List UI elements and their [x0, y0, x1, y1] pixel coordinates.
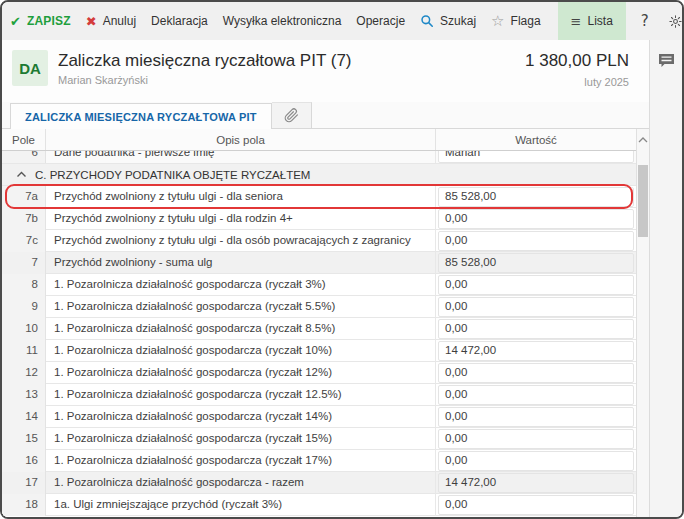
row-description: 1. Pozarolnicza działalność gospodarcza … — [46, 340, 436, 362]
row-field-number: 7a — [2, 186, 46, 208]
right-rail — [649, 40, 682, 517]
row-field-number: 17 — [2, 472, 46, 494]
row-field-number: 10 — [2, 318, 46, 340]
search-button-label: Szukaj — [440, 14, 476, 28]
table-row[interactable]: 16 1. Pozarolnicza działalność gospodarc… — [2, 450, 636, 472]
row-value-cell[interactable]: 0,00 — [438, 231, 634, 251]
table-row[interactable]: 14 1. Pozarolnicza działalność gospodarc… — [2, 406, 636, 428]
electronic-dispatch-label: Wysyłka elektroniczna — [223, 14, 342, 28]
row-field-number: 8 — [2, 274, 46, 296]
row-description: 1a. Ulgi zmniejszające przychód (ryczałt… — [46, 494, 436, 516]
operations-menu[interactable]: Operacje — [356, 14, 405, 28]
document-type-badge: DA — [12, 50, 48, 86]
fields-table: Pole Opis pola Wartość 6 Dane podatnika … — [2, 129, 636, 517]
row-value-cell[interactable]: 14 472,00 — [438, 473, 634, 493]
row-value-cell[interactable]: 85 528,00 — [438, 253, 634, 273]
row-field-number: 12 — [2, 362, 46, 384]
row-value-cell[interactable]: 0,00 — [438, 495, 634, 515]
help-button[interactable]: ? — [641, 12, 649, 30]
table-row[interactable]: 7a Przychód zwolniony z tytułu ulgi - dl… — [2, 186, 636, 208]
row-description: 1. Pozarolnicza działalność gospodarcza … — [46, 362, 436, 384]
table-body: 6 Dane podatnika - pierwsze imię Marian … — [2, 151, 636, 517]
table-row[interactable]: 8 1. Pozarolnicza działalność gospodarcz… — [2, 274, 636, 296]
table-header: Pole Opis pola Wartość — [2, 129, 636, 151]
settings-button[interactable] — [668, 14, 683, 29]
row-value-cell[interactable]: 85 528,00 — [438, 187, 634, 207]
table-row[interactable]: 6 Dane podatnika - pierwsze imię Marian — [2, 151, 636, 164]
row-value-cell[interactable]: 0,00 — [438, 275, 634, 295]
table-row[interactable]: 15 1. Pozarolnicza działalność gospodarc… — [2, 428, 636, 450]
declaration-menu-label: Deklaracja — [151, 14, 208, 28]
row-description: 1. Pozarolnicza działalność gospodarcza … — [46, 472, 436, 494]
page-title: Zaliczka miesięczna ryczałtowa PIT (7) — [58, 50, 352, 72]
column-header-wartosc[interactable]: Wartość — [436, 129, 636, 150]
row-description: 1. Pozarolnicza działalność gospodarcza … — [46, 274, 436, 296]
search-button[interactable]: Szukaj — [420, 14, 476, 28]
row-field-number: 14 — [2, 406, 46, 428]
table-row[interactable]: 18 1a. Ulgi zmniejszające przychód (rycz… — [2, 494, 636, 516]
table-row[interactable]: 10 1. Pozarolnicza działalność gospodarc… — [2, 318, 636, 340]
save-button[interactable]: ✔ ZAPISZ — [10, 14, 71, 29]
table-row[interactable]: 7c Przychód zwolniony z tytułu ulgi - dl… — [2, 230, 636, 252]
column-header-opis[interactable]: Opis pola — [46, 129, 436, 150]
row-description: Przychód zwolniony z tytułu ulgi - dla o… — [46, 230, 436, 252]
section-label: C. PRZYCHODY PODATNIKA OBJĘTE RYCZAŁTEM — [35, 169, 310, 181]
collapse-chevron-icon[interactable] — [16, 170, 27, 179]
row-value-cell[interactable]: 0,00 — [438, 319, 634, 339]
electronic-dispatch-menu[interactable]: Wysyłka elektroniczna — [223, 14, 342, 28]
row-field-number: 7 — [2, 252, 46, 274]
document-header: DA Zaliczka miesięczna ryczałtowa PIT (7… — [2, 40, 649, 102]
row-value-cell[interactable]: 0,00 — [438, 451, 634, 471]
table-row[interactable]: 17 1. Pozarolnicza działalność gospodarc… — [2, 472, 636, 494]
tab-bar: ZALICZKA MIESIĘCZNA RYCZAŁTOWA PIT — [2, 102, 649, 129]
save-button-label: ZAPISZ — [27, 14, 71, 28]
row-description: 1. Pozarolnicza działalność gospodarcza … — [46, 318, 436, 340]
cancel-button[interactable]: ✖ Anuluj — [86, 14, 136, 29]
comment-icon[interactable] — [658, 53, 675, 517]
row-value-cell[interactable]: Marian — [438, 151, 634, 163]
table-row[interactable]: 12 1. Pozarolnicza działalność gospodarc… — [2, 362, 636, 384]
row-field-number: 7b — [2, 208, 46, 230]
column-header-pole[interactable]: Pole — [2, 129, 46, 150]
flag-button-label: Flaga — [511, 14, 541, 28]
toolbar: ✔ ZAPISZ ✖ Anuluj Deklaracja Wysyłka ele… — [2, 2, 682, 40]
table-scrollbar[interactable] — [636, 129, 649, 517]
declaration-menu[interactable]: Deklaracja — [151, 14, 208, 28]
row-description: Przychód zwolniony z tytułu ulgi - dla s… — [46, 186, 436, 208]
gear-icon — [668, 14, 683, 29]
app-window: ✔ ZAPISZ ✖ Anuluj Deklaracja Wysyłka ele… — [0, 0, 684, 519]
operations-menu-label: Operacje — [356, 14, 405, 28]
tab-zaliczka[interactable]: ZALICZKA MIESIĘCZNA RYCZAŁTOWA PIT — [10, 103, 272, 129]
row-description: 1. Pozarolnicza działalność gospodarcza … — [46, 450, 436, 472]
row-field-number: 15 — [2, 428, 46, 450]
row-value-cell[interactable]: 0,00 — [438, 385, 634, 405]
row-description: 1. Pozarolnicza działalność gospodarcza … — [46, 428, 436, 450]
search-icon — [420, 14, 434, 28]
table-row[interactable]: 7b Przychód zwolniony z tytułu ulgi - dl… — [2, 208, 636, 230]
row-value-cell[interactable]: 0,00 — [438, 209, 634, 229]
row-value-cell[interactable]: 0,00 — [438, 363, 634, 383]
row-field-number: 6 — [2, 151, 46, 164]
star-icon: ☆ — [491, 12, 504, 30]
row-description: Przychód zwolniony - suma ulg — [46, 252, 436, 274]
table-row[interactable]: 7 Przychód zwolniony - suma ulg 85 528,0… — [2, 252, 636, 274]
total-amount: 1 380,00 PLN — [525, 50, 629, 72]
scrollbar-thumb[interactable] — [638, 165, 648, 237]
row-value-cell[interactable]: 0,00 — [438, 297, 634, 317]
check-icon: ✔ — [10, 14, 21, 29]
row-value-cell[interactable]: 0,00 — [438, 407, 634, 427]
window-controls: ? — [641, 12, 684, 30]
row-value-cell[interactable]: 14 472,00 — [438, 341, 634, 361]
row-description: 1. Pozarolnicza działalność gospodarcza … — [46, 384, 436, 406]
row-value-cell[interactable]: 0,00 — [438, 429, 634, 449]
tab-attachments[interactable] — [272, 102, 312, 128]
flag-button[interactable]: ☆ Flaga — [491, 12, 540, 30]
table-row[interactable]: 9 1. Pozarolnicza działalność gospodarcz… — [2, 296, 636, 318]
list-button[interactable]: ≡ Lista — [558, 2, 626, 40]
active-tab-label: ZALICZKA MIESIĘCZNA RYCZAŁTOWA PIT — [25, 111, 257, 123]
section-row[interactable]: C. PRZYCHODY PODATNIKA OBJĘTE RYCZAŁTEM — [2, 164, 636, 186]
scroll-up-arrow[interactable] — [637, 129, 649, 151]
scrollbar-track[interactable] — [637, 151, 649, 517]
table-row[interactable]: 11 1. Pozarolnicza działalność gospodarc… — [2, 340, 636, 362]
table-row[interactable]: 13 1. Pozarolnicza działalność gospodarc… — [2, 384, 636, 406]
